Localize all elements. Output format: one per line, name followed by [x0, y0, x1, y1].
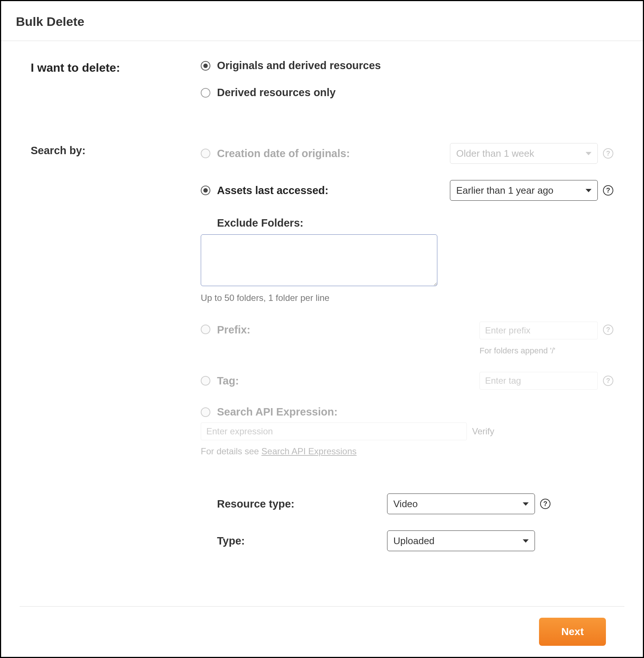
help-icon[interactable]: ? [603, 185, 613, 196]
exclude-folders-block: Exclude Folders: Up to 50 folders, 1 fol… [217, 217, 613, 303]
expression-label: Search API Expression: [217, 406, 338, 418]
radio-creation-date[interactable]: Creation date of originals: Older than 1… [201, 143, 613, 164]
dialog-header: Bulk Delete [1, 1, 643, 41]
tag-label: Tag: [217, 375, 239, 387]
radio-label: Originals and derived resources [217, 60, 381, 72]
creation-date-dropdown: Older than 1 week [450, 143, 598, 164]
dropdown-value: Uploaded [393, 535, 434, 547]
type-label: Type: [217, 535, 387, 547]
search-by-label: Search by: [31, 143, 201, 567]
radio-icon [201, 325, 210, 334]
dropdown-value: Video [393, 498, 418, 510]
dialog-footer: Next [20, 606, 624, 657]
chevron-down-icon [523, 502, 529, 506]
radio-tag[interactable]: Tag: ? [201, 372, 613, 390]
chevron-down-icon [523, 539, 529, 543]
chevron-down-icon [586, 152, 592, 155]
radio-prefix[interactable]: Prefix: For folders append '/' ? [201, 322, 613, 356]
expression-input [201, 423, 467, 440]
verify-button: Verify [472, 426, 494, 437]
prefix-input [479, 322, 598, 339]
tag-input [479, 372, 598, 390]
search-by-section: Search by: Creation date of originals: O… [31, 143, 613, 567]
radio-icon [201, 88, 210, 98]
radio-icon [201, 186, 210, 195]
radio-search-expression[interactable]: Search API Expression: [201, 406, 613, 418]
chevron-down-icon [586, 189, 592, 192]
dialog-content: I want to delete: Originals and derived … [1, 41, 643, 606]
radio-last-accessed[interactable]: Assets last accessed: Earlier than 1 yea… [201, 180, 613, 201]
exclude-folders-label: Exclude Folders: [217, 217, 613, 229]
last-accessed-dropdown[interactable]: Earlier than 1 year ago [450, 180, 598, 201]
type-dropdown[interactable]: Uploaded [387, 530, 535, 551]
expression-hint: For details see Search API Expressions [201, 446, 613, 457]
help-icon: ? [603, 376, 613, 386]
radio-derived-only[interactable]: Derived resources only [201, 87, 613, 99]
exclude-folders-textarea[interactable] [201, 234, 437, 286]
last-accessed-label: Assets last accessed: [217, 184, 328, 197]
radio-icon [201, 61, 210, 71]
radio-icon [201, 407, 210, 417]
resource-type-dropdown[interactable]: Video [387, 494, 535, 514]
resource-type-row: Resource type: Video ? [217, 494, 613, 514]
help-icon: ? [603, 325, 613, 335]
search-api-expressions-link: Search API Expressions [261, 446, 356, 456]
dropdown-value: Older than 1 week [456, 148, 534, 159]
dialog-title: Bulk Delete [16, 14, 628, 29]
type-row: Type: Uploaded [217, 530, 613, 551]
radio-icon [201, 376, 210, 386]
search-expression-block: Search API Expression: Verify For detail… [201, 406, 613, 457]
delete-scope-section: I want to delete: Originals and derived … [31, 60, 613, 113]
resource-type-label: Resource type: [217, 498, 387, 510]
prefix-label: Prefix: [217, 322, 250, 336]
bulk-delete-window: Bulk Delete I want to delete: Originals … [0, 0, 644, 658]
radio-label: Derived resources only [217, 87, 336, 99]
next-button[interactable]: Next [539, 618, 606, 646]
radio-originals-and-derived[interactable]: Originals and derived resources [201, 60, 613, 72]
prefix-hint: For folders append '/' [479, 346, 598, 356]
dropdown-value: Earlier than 1 year ago [456, 185, 553, 196]
delete-scope-label: I want to delete: [31, 60, 201, 113]
radio-icon [201, 149, 210, 158]
creation-date-label: Creation date of originals: [217, 147, 350, 160]
exclude-folders-hint: Up to 50 folders, 1 folder per line [201, 293, 613, 303]
resource-filters: Resource type: Video ? Type: Uploaded [217, 494, 613, 551]
help-icon: ? [603, 148, 613, 159]
help-icon[interactable]: ? [540, 499, 550, 509]
